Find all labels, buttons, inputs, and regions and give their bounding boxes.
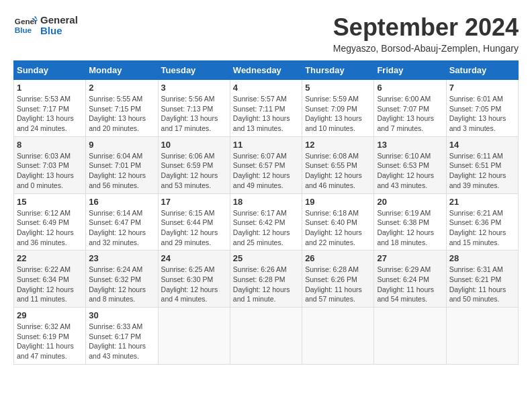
svg-text:Blue: Blue bbox=[15, 26, 32, 34]
day-content: Sunrise: 5:56 AM Sunset: 7:13 PM Dayligh… bbox=[161, 94, 227, 134]
day-content: Sunrise: 6:01 AM Sunset: 7:05 PM Dayligh… bbox=[449, 94, 515, 134]
calendar-cell: 3Sunrise: 5:56 AM Sunset: 7:13 PM Daylig… bbox=[158, 80, 230, 137]
day-content: Sunrise: 5:55 AM Sunset: 7:15 PM Dayligh… bbox=[89, 94, 154, 134]
day-content: Sunrise: 6:07 AM Sunset: 6:57 PM Dayligh… bbox=[233, 151, 299, 191]
day-number: 29 bbox=[17, 310, 83, 320]
calendar-cell bbox=[230, 308, 302, 365]
calendar-cell: 1Sunrise: 5:53 AM Sunset: 7:17 PM Daylig… bbox=[14, 80, 86, 137]
day-content: Sunrise: 6:04 AM Sunset: 7:01 PM Dayligh… bbox=[89, 151, 154, 191]
logo: General Blue General Blue bbox=[13, 13, 78, 38]
calendar-cell bbox=[446, 308, 518, 365]
day-content: Sunrise: 6:18 AM Sunset: 6:40 PM Dayligh… bbox=[305, 208, 371, 248]
title-section: September 2024 Megyaszo, Borsod-Abauj-Ze… bbox=[333, 13, 519, 54]
calendar-week-row: 15Sunrise: 6:12 AM Sunset: 6:49 PM Dayli… bbox=[14, 193, 519, 250]
calendar-cell: 8Sunrise: 6:03 AM Sunset: 7:03 PM Daylig… bbox=[14, 136, 86, 193]
calendar-cell: 17Sunrise: 6:15 AM Sunset: 6:44 PM Dayli… bbox=[158, 193, 230, 250]
logo-general: General bbox=[40, 15, 78, 26]
location-subtitle: Megyaszo, Borsod-Abauj-Zemplen, Hungary bbox=[333, 43, 519, 54]
calendar-cell: 23Sunrise: 6:24 AM Sunset: 6:32 PM Dayli… bbox=[86, 250, 158, 308]
day-content: Sunrise: 6:25 AM Sunset: 6:30 PM Dayligh… bbox=[161, 265, 227, 304]
calendar-week-row: 1Sunrise: 5:53 AM Sunset: 7:17 PM Daylig… bbox=[14, 80, 519, 137]
weekday-header-thursday: Thursday bbox=[302, 61, 374, 80]
weekday-header-monday: Monday bbox=[86, 61, 158, 80]
calendar-cell: 12Sunrise: 6:08 AM Sunset: 6:55 PM Dayli… bbox=[302, 136, 374, 193]
logo-blue: Blue bbox=[40, 26, 78, 37]
calendar-cell: 4Sunrise: 5:57 AM Sunset: 7:11 PM Daylig… bbox=[230, 80, 302, 137]
calendar-cell: 14Sunrise: 6:11 AM Sunset: 6:51 PM Dayli… bbox=[446, 136, 518, 193]
day-number: 1 bbox=[17, 83, 83, 93]
day-number: 19 bbox=[305, 197, 371, 207]
day-number: 18 bbox=[233, 197, 299, 207]
day-number: 27 bbox=[377, 253, 443, 263]
weekday-header-row: SundayMondayTuesdayWednesdayThursdayFrid… bbox=[14, 61, 519, 80]
day-number: 28 bbox=[449, 253, 515, 263]
day-number: 23 bbox=[89, 253, 154, 263]
calendar-cell: 9Sunrise: 6:04 AM Sunset: 7:01 PM Daylig… bbox=[86, 136, 158, 193]
calendar-cell bbox=[374, 308, 446, 365]
svg-text:General: General bbox=[15, 17, 38, 26]
day-number: 14 bbox=[449, 140, 515, 150]
day-content: Sunrise: 6:15 AM Sunset: 6:44 PM Dayligh… bbox=[161, 208, 227, 248]
day-number: 9 bbox=[89, 140, 154, 150]
day-number: 22 bbox=[17, 253, 83, 263]
day-number: 30 bbox=[89, 310, 154, 320]
calendar-cell: 6Sunrise: 6:00 AM Sunset: 7:07 PM Daylig… bbox=[374, 80, 446, 137]
weekday-header-sunday: Sunday bbox=[14, 61, 86, 80]
calendar-week-row: 29Sunrise: 6:32 AM Sunset: 6:19 PM Dayli… bbox=[14, 308, 519, 365]
day-number: 6 bbox=[377, 83, 443, 93]
day-number: 7 bbox=[449, 83, 515, 93]
day-number: 20 bbox=[377, 197, 443, 207]
month-year-title: September 2024 bbox=[333, 13, 519, 42]
logo-icon: General Blue bbox=[13, 13, 38, 38]
weekday-header-saturday: Saturday bbox=[446, 61, 518, 80]
day-content: Sunrise: 5:57 AM Sunset: 7:11 PM Dayligh… bbox=[233, 94, 299, 134]
day-number: 4 bbox=[233, 83, 299, 93]
day-content: Sunrise: 6:14 AM Sunset: 6:47 PM Dayligh… bbox=[89, 208, 154, 248]
weekday-header-tuesday: Tuesday bbox=[158, 61, 230, 80]
day-number: 24 bbox=[161, 253, 227, 263]
day-number: 26 bbox=[305, 253, 371, 263]
day-number: 2 bbox=[89, 83, 154, 93]
calendar-cell: 19Sunrise: 6:18 AM Sunset: 6:40 PM Dayli… bbox=[302, 193, 374, 250]
calendar-cell: 28Sunrise: 6:31 AM Sunset: 6:21 PM Dayli… bbox=[446, 250, 518, 308]
day-content: Sunrise: 6:11 AM Sunset: 6:51 PM Dayligh… bbox=[449, 151, 515, 191]
weekday-header-friday: Friday bbox=[374, 61, 446, 80]
day-content: Sunrise: 6:17 AM Sunset: 6:42 PM Dayligh… bbox=[233, 208, 299, 248]
calendar-week-row: 8Sunrise: 6:03 AM Sunset: 7:03 PM Daylig… bbox=[14, 136, 519, 193]
day-content: Sunrise: 6:19 AM Sunset: 6:38 PM Dayligh… bbox=[377, 208, 443, 248]
day-content: Sunrise: 6:22 AM Sunset: 6:34 PM Dayligh… bbox=[17, 265, 83, 304]
day-number: 25 bbox=[233, 253, 299, 263]
calendar-week-row: 22Sunrise: 6:22 AM Sunset: 6:34 PM Dayli… bbox=[14, 250, 519, 308]
day-number: 16 bbox=[89, 197, 154, 207]
day-number: 11 bbox=[233, 140, 299, 150]
calendar-cell: 15Sunrise: 6:12 AM Sunset: 6:49 PM Dayli… bbox=[14, 193, 86, 250]
day-content: Sunrise: 6:12 AM Sunset: 6:49 PM Dayligh… bbox=[17, 208, 83, 248]
day-number: 21 bbox=[449, 197, 515, 207]
calendar-cell: 27Sunrise: 6:29 AM Sunset: 6:24 PM Dayli… bbox=[374, 250, 446, 308]
day-content: Sunrise: 6:21 AM Sunset: 6:36 PM Dayligh… bbox=[449, 208, 515, 248]
calendar-cell bbox=[302, 308, 374, 365]
day-number: 13 bbox=[377, 140, 443, 150]
calendar-cell: 13Sunrise: 6:10 AM Sunset: 6:53 PM Dayli… bbox=[374, 136, 446, 193]
calendar-cell: 11Sunrise: 6:07 AM Sunset: 6:57 PM Dayli… bbox=[230, 136, 302, 193]
day-number: 12 bbox=[305, 140, 371, 150]
day-content: Sunrise: 6:24 AM Sunset: 6:32 PM Dayligh… bbox=[89, 265, 154, 304]
page-header: General Blue General Blue September 2024… bbox=[13, 13, 519, 54]
day-number: 15 bbox=[17, 197, 83, 207]
day-content: Sunrise: 6:29 AM Sunset: 6:24 PM Dayligh… bbox=[377, 265, 443, 304]
day-content: Sunrise: 6:10 AM Sunset: 6:53 PM Dayligh… bbox=[377, 151, 443, 191]
day-content: Sunrise: 6:32 AM Sunset: 6:19 PM Dayligh… bbox=[17, 322, 83, 361]
day-content: Sunrise: 6:03 AM Sunset: 7:03 PM Dayligh… bbox=[17, 151, 83, 191]
calendar-cell: 30Sunrise: 6:33 AM Sunset: 6:17 PM Dayli… bbox=[86, 308, 158, 365]
day-number: 5 bbox=[305, 83, 371, 93]
calendar-cell: 29Sunrise: 6:32 AM Sunset: 6:19 PM Dayli… bbox=[14, 308, 86, 365]
calendar-cell: 16Sunrise: 6:14 AM Sunset: 6:47 PM Dayli… bbox=[86, 193, 158, 250]
day-number: 10 bbox=[161, 140, 227, 150]
day-content: Sunrise: 6:33 AM Sunset: 6:17 PM Dayligh… bbox=[89, 322, 154, 361]
calendar-cell: 2Sunrise: 5:55 AM Sunset: 7:15 PM Daylig… bbox=[86, 80, 158, 137]
day-content: Sunrise: 6:31 AM Sunset: 6:21 PM Dayligh… bbox=[449, 265, 515, 304]
day-number: 17 bbox=[161, 197, 227, 207]
calendar-cell: 24Sunrise: 6:25 AM Sunset: 6:30 PM Dayli… bbox=[158, 250, 230, 308]
day-content: Sunrise: 6:08 AM Sunset: 6:55 PM Dayligh… bbox=[305, 151, 371, 191]
day-number: 8 bbox=[17, 140, 83, 150]
